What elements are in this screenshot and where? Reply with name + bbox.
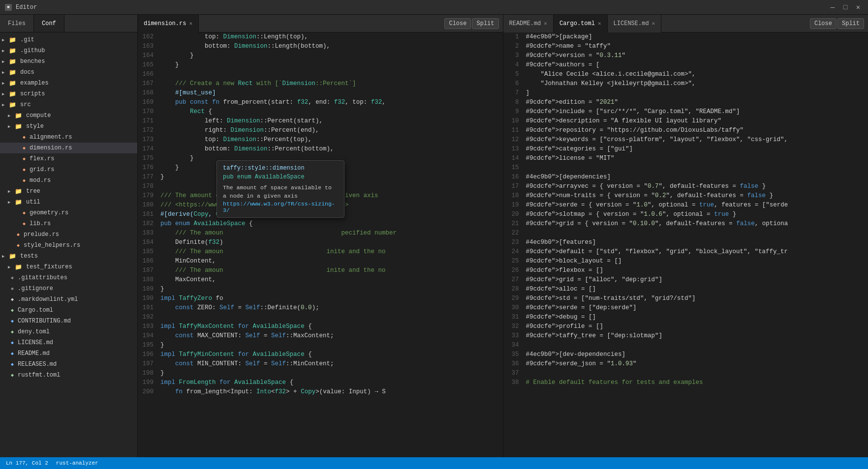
tab-readme-md[interactable]: README.md ✕ — [503, 15, 554, 32]
folder-icon: 📁 — [9, 253, 16, 260]
line-number: 179 — [138, 191, 158, 201]
code-line: 4#9cdcfe">authors = [ — [503, 60, 868, 70]
sidebar-tab-conf[interactable]: Conf — [34, 15, 64, 32]
file-icon: ◆ — [11, 340, 14, 346]
tree-item-CONTRIBUTING-md[interactable]: ◆CONTRIBUTING.md — [0, 316, 137, 326]
line-content: #9cdcfe">license = "MIT" — [524, 154, 868, 163]
close-left-panel-button[interactable]: Close — [444, 18, 471, 29]
left-code-editor[interactable]: 162 top: Dimension::Length(top),163 bott… — [138, 32, 503, 465]
line-content: right: Dimension::Percent(end), — [158, 126, 503, 135]
line-number: 32 — [503, 322, 524, 331]
tree-item-benches[interactable]: ▶📁benches — [0, 56, 137, 67]
line-content: #9cdcfe">name = "taffy" — [524, 42, 868, 51]
tree-item-examples[interactable]: ▶📁examples — [0, 78, 137, 88]
line-content: Definite(f32) — [158, 238, 503, 247]
tree-item-RELEASES-md[interactable]: ◆RELEASES.md — [0, 359, 137, 370]
file-icon: ◆ — [11, 351, 14, 356]
line-number: 188 — [138, 275, 158, 285]
tree-item-Cargo-toml[interactable]: ◆Cargo.toml — [0, 305, 137, 316]
code-line: 183 /// The amoun pecified number — [138, 229, 503, 238]
tree-item-test_fixtures[interactable]: ▶📁test_fixtures — [0, 262, 137, 272]
line-number: 198 — [138, 369, 158, 378]
code-line: 20#9cdcfe">slotmap = { version = "1.0.6"… — [503, 210, 868, 219]
tree-item--git[interactable]: ▶📁.git — [0, 34, 137, 45]
tree-item-README-md[interactable]: ◆README.md — [0, 348, 137, 359]
split-right-panel-button[interactable]: Split — [837, 18, 864, 29]
code-line: 192 — [138, 313, 503, 322]
folder-icon: 📁 — [9, 47, 16, 55]
code-lines-right: 1#4ec9b0">[package]2#9cdcfe">name = "taf… — [503, 32, 868, 387]
folder-label: src — [20, 101, 31, 108]
code-line: 189} — [138, 285, 503, 294]
line-number: 174 — [138, 145, 158, 154]
close-dimension-tab[interactable]: ✕ — [189, 20, 192, 27]
close-readme-tab[interactable]: ✕ — [544, 20, 547, 27]
line-number: 180 — [138, 201, 158, 210]
tree-item--github[interactable]: ▶📁.github — [0, 45, 137, 56]
tree-item-prelude-rs[interactable]: ◆prelude.rs — [0, 229, 137, 240]
code-line: 26#9cdcfe">flexbox = [] — [503, 266, 868, 275]
tree-item--gitattributes[interactable]: ◆.gitattributes — [0, 272, 137, 283]
line-number: 197 — [138, 359, 158, 369]
code-line: 17#9cdcfe">arrayvec = { version = "0.7",… — [503, 182, 868, 191]
tooltip-description: The amount of space available to a node … — [223, 183, 338, 201]
tree-item-src[interactable]: ▶📁src — [0, 99, 137, 110]
close-license-tab[interactable]: ✕ — [652, 20, 655, 27]
line-number: 177 — [138, 173, 158, 182]
close-window-button[interactable]: ✕ — [853, 2, 863, 12]
line-number: 199 — [138, 378, 158, 387]
tree-item-dimension-rs[interactable]: ◆dimension.rs — [0, 143, 137, 153]
line-content: #9cdcfe">block_layout = [] — [524, 257, 868, 266]
code-line: 162 top: Dimension::Length(top), — [138, 32, 503, 42]
tree-item-compute[interactable]: ▶📁compute — [0, 110, 137, 121]
title-bar: ■ Editor — □ ✕ — [0, 0, 868, 15]
sidebar-tab-files[interactable]: Files — [0, 15, 34, 32]
tree-item-tests[interactable]: ▶📁tests — [0, 251, 137, 262]
tree-item-lib-rs[interactable]: ◆lib.rs — [0, 218, 137, 229]
tree-item-geometry-rs[interactable]: ◆geometry.rs — [0, 207, 137, 218]
tree-item-mod-rs[interactable]: ◆mod.rs — [0, 175, 137, 186]
folder-arrow-icon: ▶ — [2, 91, 7, 97]
tree-item-style_helpers-rs[interactable]: ◆style_helpers.rs — [0, 240, 137, 251]
tree-item-scripts[interactable]: ▶📁scripts — [0, 88, 137, 99]
line-number: 17 — [503, 182, 524, 191]
tree-item-flex-rs[interactable]: ◆flex.rs — [0, 153, 137, 164]
line-content — [158, 70, 503, 79]
tree-item-tree[interactable]: ▶📁tree — [0, 186, 137, 197]
tooltip-module: taffy::style::dimension — [223, 165, 338, 172]
right-code-editor[interactable]: 1#4ec9b0">[package]2#9cdcfe">name = "taf… — [503, 32, 868, 465]
code-line: 5 "Alice Cecile <alice.i.cecile@gmail.co… — [503, 70, 868, 79]
tree-item-grid-rs[interactable]: ◆grid.rs — [0, 164, 137, 175]
code-line: 13#9cdcfe">categories = ["gui"] — [503, 145, 868, 154]
folder-icon: 📁 — [15, 112, 22, 119]
close-right-panel-button[interactable]: Close — [810, 18, 837, 29]
maximize-button[interactable]: □ — [840, 2, 850, 12]
tree-item-alignment-rs[interactable]: ◆alignment.rs — [0, 132, 137, 143]
line-number: 38 — [503, 378, 524, 387]
line-content: #9cdcfe">serde = ["dep:serde"] — [524, 303, 868, 313]
tab-cargo-toml[interactable]: Cargo.toml ✕ — [554, 15, 608, 32]
file-label: alignment.rs — [30, 134, 72, 141]
tree-item--markdownlint-yml[interactable]: ◆.markdownlint.yml — [0, 294, 137, 305]
line-number: 181 — [138, 210, 158, 219]
tab-license-md[interactable]: LICENSE.md ✕ — [608, 15, 662, 32]
folder-label: benches — [20, 58, 45, 65]
split-left-panel-button[interactable]: Split — [472, 18, 498, 29]
tree-item-LICENSE-md[interactable]: ◆LICENSE.md — [0, 337, 137, 348]
line-number: 200 — [138, 387, 158, 397]
tab-dimension-rs[interactable]: dimension.rs ✕ — [138, 15, 199, 32]
tree-item-docs[interactable]: ▶📁docs — [0, 67, 137, 78]
tree-item--gitignore[interactable]: ◆.gitignore — [0, 283, 137, 294]
tree-item-rustfmt-toml[interactable]: ◆rustfmt.toml — [0, 370, 137, 381]
tree-item-util[interactable]: ▶📁util — [0, 197, 137, 207]
file-label: LICENSE.md — [18, 339, 53, 346]
tree-item-style[interactable]: ▶📁style — [0, 121, 137, 132]
line-content: #9cdcfe">taffy_tree = ["dep:slotmap"] — [524, 331, 868, 341]
tree-item-deny-toml[interactable]: ◆deny.toml — [0, 326, 137, 337]
file-label: grid.rs — [30, 166, 54, 173]
minimize-button[interactable]: — — [828, 2, 837, 12]
close-cargo-tab[interactable]: ✕ — [598, 20, 601, 27]
line-content — [524, 369, 868, 378]
line-number: 11 — [503, 126, 524, 135]
folder-arrow-icon: ▶ — [8, 264, 13, 270]
